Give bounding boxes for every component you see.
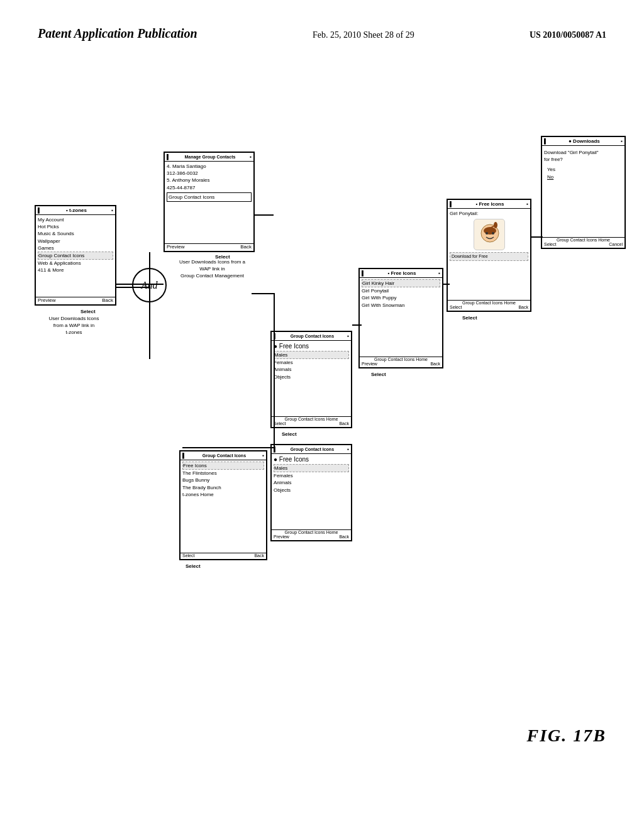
download-free-btn: Download for Free <box>450 252 528 261</box>
group-contact-icons-input: Group Contact Icons <box>167 192 252 202</box>
battery-icon: ▪ <box>526 201 528 207</box>
arrow-s5-to-s6 <box>531 236 543 238</box>
horiz-lower-branch <box>182 447 274 448</box>
preview-btn: Preview <box>38 297 55 303</box>
vert-lower-branch <box>274 331 275 447</box>
ponytail-image <box>474 219 505 250</box>
menu-item: Web & Applications <box>38 260 113 267</box>
back-btn: Back <box>339 421 349 426</box>
screen-fl-header: ▌ Group Contact Icons ▪ <box>180 451 266 460</box>
footer-nav: Group Contact Icons Home <box>544 238 623 242</box>
menu-item: Hot Picks <box>38 223 113 230</box>
back-btn: Back <box>254 553 264 558</box>
arrow-s2-right <box>255 214 274 216</box>
free-icons-bullet: ● Free Icons <box>274 342 349 351</box>
animals-item: Animals <box>274 479 349 486</box>
diagram-area: ▌ • t-zones ▪ My Account Hot Picks Music… <box>0 54 644 796</box>
patent-date-sheet: Feb. 25, 2010 Sheet 28 of 29 <box>313 30 414 40</box>
battery-icon: ▪ <box>262 453 264 458</box>
screen1-caption: User Downloads Iconsfrom a WAP link int-… <box>22 315 126 336</box>
preview-btn: Preview <box>274 534 289 539</box>
screen5-ponytail-preview: ▌ • Free Icons ▪ Girl Ponytail: Download <box>447 199 531 312</box>
males-item: Males <box>274 351 349 359</box>
screen4-header: ▌ • Free Icons ▪ <box>360 269 442 278</box>
brady-bunch-item: The Brady Bunch <box>182 484 264 491</box>
screen4-select: Select <box>371 372 386 377</box>
back-btn: Back <box>518 305 528 309</box>
screen2-caption: User Downloads Icons from aWAP link inGr… <box>154 258 270 280</box>
contact-item: 5. Anthony Morales <box>167 177 252 184</box>
screen6-header: ▌ ● Downloads ▪ <box>542 137 625 146</box>
menu-item: Games <box>38 245 113 252</box>
contact-item: 312-386-0032 <box>167 170 252 177</box>
battery-icon: ▪ <box>250 154 252 160</box>
screen4-body: Girl Kinky Hair Girl Ponytail Girl With … <box>360 278 442 310</box>
screen5-header: ▌ • Free Icons ▪ <box>448 200 530 209</box>
svg-point-2 <box>486 232 488 235</box>
screen6-downloads: ▌ ● Downloads ▪ Download "Girl Ponytail"… <box>541 136 626 249</box>
arrow-s3-to-s4 <box>352 324 362 326</box>
contact-item: 425-44-8787 <box>167 184 252 191</box>
males-item: Males <box>274 464 349 472</box>
screen-fl-body: Free Icons The Flintstones Bugs Bunny Th… <box>180 460 266 499</box>
select-btn: Select <box>450 305 462 309</box>
horiz-to-and <box>116 287 149 288</box>
preview-btn: Preview <box>167 244 184 250</box>
footer-nav: Group Contact Icons Home <box>274 417 349 421</box>
download-text: Download "Girl Ponytail"for free? <box>544 149 623 163</box>
free-icons-hl: Free Icons <box>182 462 264 470</box>
menu-item: Wallpaper <box>38 238 113 245</box>
page-header: Patent Application Publication Feb. 25, … <box>0 0 644 54</box>
screen2-body: 4. Maria Santiago 312-386-0032 5. Anthon… <box>165 162 253 203</box>
screen1-footer: Preview Back <box>36 297 115 303</box>
fl-select: Select <box>186 563 201 569</box>
select-btn: Select <box>182 553 194 558</box>
screen3-free-icons: ▌ Group Contact Icons ▪ ● Free Icons Mal… <box>270 331 352 428</box>
footer-nav: Group Contact Icons Home <box>274 530 349 534</box>
screen5-footer: Group Contact Icons Home Select Back <box>448 300 530 309</box>
ponytail-label: Girl Ponytail: <box>450 210 528 217</box>
females-item: Females <box>274 359 349 366</box>
yes-option: Yes <box>547 166 623 173</box>
screen3-header: ▌ Group Contact Icons ▪ <box>272 332 351 341</box>
fig-label: FIG. 17B <box>527 726 606 746</box>
screen3b-header: ▌ Group Contact Icons ▪ <box>272 445 351 454</box>
animals-item: Animals <box>274 366 349 373</box>
screen2-select: Select <box>215 254 230 260</box>
back-btn: Back <box>339 534 349 539</box>
screen6-body: Download "Girl Ponytail"for free? Yes No <box>542 146 625 202</box>
objects-item: Objects <box>274 487 349 494</box>
objects-item: Objects <box>274 374 349 380</box>
patent-number: US 2010/0050087 A1 <box>530 30 606 40</box>
select-btn: Select <box>274 421 286 426</box>
back-btn: Back <box>240 244 252 250</box>
svg-point-3 <box>492 232 494 235</box>
preview-btn: Preview <box>362 362 377 366</box>
svg-point-5 <box>494 222 497 228</box>
screen1-body: My Account Hot Picks Music & Sounds Wall… <box>36 215 115 275</box>
select-btn: Select <box>544 242 556 246</box>
screen3b-free-icons: ▌ Group Contact Icons ▪ ● Free Icons Mal… <box>270 444 352 541</box>
screen4-footer: Group Contact Icons Home Preview Back <box>360 357 442 366</box>
patent-title: Patent Application Publication <box>38 25 197 42</box>
menu-item-highlighted: Group Contact Icons <box>38 252 113 260</box>
screen2-header: ▌ Manage Group Contacts ▪ <box>165 153 253 162</box>
screen3-footer: Group Contact Icons Home Select Back <box>272 416 351 426</box>
back-btn: Back <box>430 362 440 366</box>
footer-nav: Group Contact Icons Home <box>450 301 528 305</box>
screen3b-body: ● Free Icons Males Females Animals Objec… <box>272 454 351 495</box>
ponytail-item: Girl Ponytail <box>362 287 440 294</box>
screen1-header: ▌ • t-zones ▪ <box>36 206 115 215</box>
back-btn: Back <box>102 297 113 303</box>
vert-connector <box>149 252 150 359</box>
females-item: Females <box>274 472 349 479</box>
bugs-bunny-item: Bugs Bunny <box>182 477 264 484</box>
flintstones-item: The Flintstones <box>182 470 264 477</box>
battery-icon: ▪ <box>347 446 349 452</box>
battery-icon: ▪ <box>347 333 349 339</box>
cancel-btn: Cancel <box>609 242 623 246</box>
menu-item: 411 & More <box>38 267 113 274</box>
screen5-select: Select <box>462 315 477 321</box>
screen2-manage-contacts: ▌ Manage Group Contacts ▪ 4. Maria Santi… <box>164 152 255 252</box>
snowman-item: Girl With Snowman <box>362 302 440 309</box>
